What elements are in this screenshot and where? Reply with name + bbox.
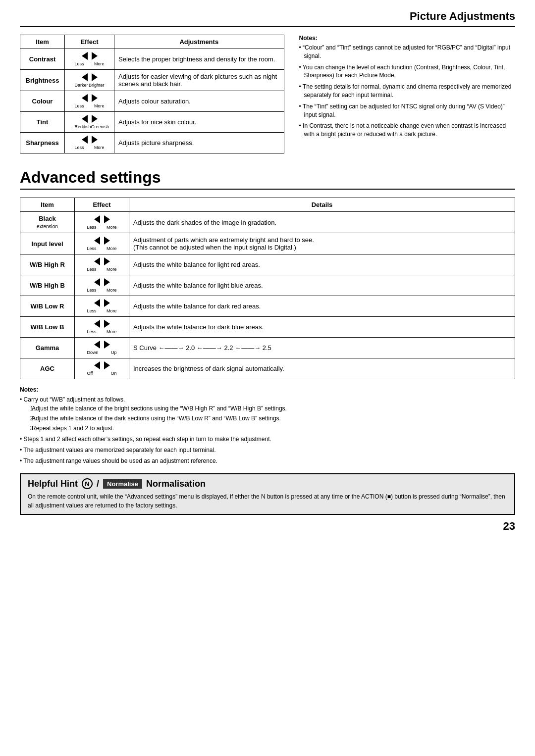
right-label: More xyxy=(94,61,105,66)
adjustment-colour: Adjusts colour saturation. xyxy=(114,91,284,112)
left-label: Less xyxy=(75,145,84,150)
section-picture-adjustments: Picture Adjustments Item Effect Adjustme… xyxy=(20,10,515,153)
table-row: Gamma Down Up S Curve ←——→ 2.0 ←— xyxy=(20,338,515,358)
advanced-title: Advanced settings xyxy=(20,168,515,190)
item-wb-low-r: W/B Low R xyxy=(20,296,75,317)
right-label: Up xyxy=(111,350,117,355)
header-item: Item xyxy=(20,35,65,49)
adjustment-brightness: Adjusts for easier viewing of dark pictu… xyxy=(114,70,284,91)
left-label: Less xyxy=(75,103,84,108)
effect-gamma: Down Up xyxy=(75,338,129,358)
detail-wb-high-b: Adjusts the white balance for light blue… xyxy=(129,275,515,296)
adv-note-item: Steps 1 and 2 affect each other’s settin… xyxy=(20,435,515,444)
effect-wb-low-r: Less More xyxy=(75,296,129,317)
left-label: Darker xyxy=(75,83,88,88)
item-black-extension: Black extension xyxy=(20,212,75,233)
table-row: Brightness Darker Brighter xyxy=(20,70,284,91)
adv-step: Adjust the white balance of the dark sec… xyxy=(37,414,515,423)
arrow-left-icon xyxy=(94,257,100,265)
right-label: More xyxy=(107,225,117,230)
adjustment-contrast: Selects the proper brightness and densit… xyxy=(114,49,284,70)
effect-colour: Less More xyxy=(65,91,114,112)
arrow-left-icon xyxy=(94,341,100,349)
arrow-right-icon xyxy=(104,257,110,265)
left-label: Down xyxy=(87,350,99,355)
left-label: Less xyxy=(87,267,97,272)
arrow-right-icon xyxy=(104,299,110,307)
item-agc: AGC xyxy=(20,358,75,379)
arrow-left-icon xyxy=(82,136,88,144)
effect-black-extension: Less More xyxy=(75,212,129,233)
table-row: Input level Less More xyxy=(20,233,515,254)
detail-wb-low-r: Adjusts the white balance for dark red a… xyxy=(129,296,515,317)
helpful-hint-text: On the remote control unit, while the “A… xyxy=(28,492,507,510)
arrow-right-icon xyxy=(104,237,110,245)
table-row: Black extension Less More xyxy=(20,212,515,233)
table-row: W/B High R Less More Adjusts the xyxy=(20,254,515,275)
advanced-settings-table: Item Effect Details Black extension xyxy=(20,198,515,379)
note-item: The setting details for normal, dynamic … xyxy=(299,83,516,100)
effect-brightness: Darker Brighter xyxy=(65,70,114,91)
detail-wb-low-b: Adjusts the white balance for dark blue … xyxy=(129,317,515,338)
helpful-hint-title: Helpful Hint N / Normalise Normalisation xyxy=(28,478,507,489)
left-label: Less xyxy=(87,288,97,293)
right-label: Brighter xyxy=(89,83,105,88)
detail-gamma: S Curve ←——→ 2.0 ←——→ 2.2 ←——→ 2.5 xyxy=(129,338,515,358)
right-label: More xyxy=(94,103,105,108)
effect-wb-high-b: Less More xyxy=(75,275,129,296)
item-wb-low-b: W/B Low B xyxy=(20,317,75,338)
item-colour: Colour xyxy=(20,91,65,112)
right-label: On xyxy=(110,371,116,376)
adv-step: Repeat steps 1 and 2 to adjust. xyxy=(37,424,515,433)
table-row: W/B Low R Less More Adjusts the w xyxy=(20,296,515,317)
section-advanced-settings: Advanced settings Item Effect Details Bl… xyxy=(20,168,515,515)
arrow-right-icon xyxy=(92,136,98,144)
arrow-right-icon xyxy=(92,115,98,123)
item-input-level: Input level xyxy=(20,233,75,254)
adv-note-item: The adjustment range values should be us… xyxy=(20,456,515,465)
note-item: “Colour” and “Tint” settings cannot be a… xyxy=(299,44,516,60)
item-wb-high-r: W/B High R xyxy=(20,254,75,275)
arrow-right-icon xyxy=(104,361,110,369)
notes-title: Notes: xyxy=(299,35,516,42)
effect-input-level: Less More xyxy=(75,233,129,254)
item-tint: Tint xyxy=(20,112,65,133)
adv-header-details: Details xyxy=(129,198,515,212)
right-label: More xyxy=(107,288,117,293)
item-gamma: Gamma xyxy=(20,338,75,358)
arrow-right-icon xyxy=(104,278,110,286)
table-row: Tint Reddish Greenish xyxy=(20,112,284,133)
table-row: Sharpness Less More xyxy=(20,133,284,153)
arrow-left-icon xyxy=(94,215,100,223)
left-label: Less xyxy=(87,329,97,334)
normalisation-label: Normalisation xyxy=(146,479,206,489)
helpful-hint-box: Helpful Hint N / Normalise Normalisation… xyxy=(20,473,515,515)
adjustment-sharpness: Adjusts picture sharpness. xyxy=(114,133,284,153)
effect-contrast: Less More xyxy=(65,49,114,70)
advanced-notes: Notes: Carry out “W/B” adjustment as fol… xyxy=(20,386,515,465)
adv-step: Adjust the white balance of the bright s… xyxy=(37,404,515,413)
header-effect: Effect xyxy=(65,35,114,49)
arrow-left-icon xyxy=(82,94,88,102)
arrow-left-icon xyxy=(94,278,100,286)
table-row: AGC Off On Increases the brightne xyxy=(20,358,515,379)
left-label: Off xyxy=(87,371,93,376)
left-label: Less xyxy=(87,308,97,313)
right-label: More xyxy=(107,267,117,272)
detail-agc: Increases the brightness of dark signal … xyxy=(129,358,515,379)
picture-adjustments-notes: Notes: “Colour” and “Tint” settings cann… xyxy=(299,35,516,153)
arrow-right-icon xyxy=(92,52,98,60)
picture-adjustments-table: Item Effect Adjustments Contrast xyxy=(20,35,284,153)
adv-steps-list: Adjust the white balance of the bright s… xyxy=(37,404,515,433)
arrow-right-icon xyxy=(104,215,110,223)
note-item: You can change the level of each functio… xyxy=(299,63,516,80)
section-title: Picture Adjustments xyxy=(20,10,515,27)
adv-header-item: Item xyxy=(20,198,75,212)
adv-note-item: The adjustment values are memorized sepa… xyxy=(20,446,515,454)
arrow-left-icon xyxy=(94,361,100,369)
left-label: Less xyxy=(87,225,97,230)
arrow-right-icon xyxy=(92,73,98,81)
left-label: Less xyxy=(75,61,84,66)
adjustment-tint: Adjusts for nice skin colour. xyxy=(114,112,284,133)
note-item: The “Tint” setting can be adjusted for N… xyxy=(299,102,516,119)
